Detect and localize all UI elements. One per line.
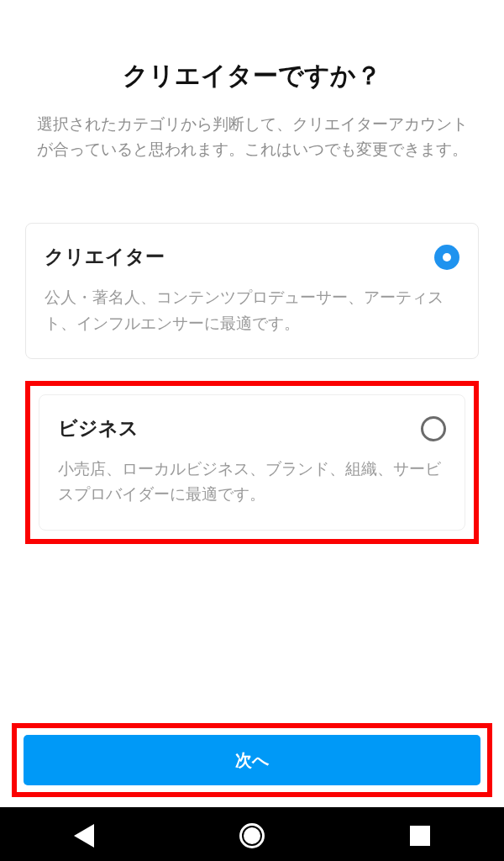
highlight-annotation: ビジネス 小売店、ローカルビジネス、ブランド、組織、サービスプロバイダーに最適で…: [25, 381, 479, 544]
back-icon: [74, 824, 94, 848]
option-label: ビジネス: [58, 415, 139, 441]
option-description: 公人・著名人、コンテンツプロデューサー、アーティスト、インフルエンサーに最適です…: [45, 285, 459, 336]
option-label: クリエイター: [45, 244, 165, 270]
radio-selected-icon: [434, 245, 459, 270]
home-button[interactable]: [234, 817, 270, 854]
option-description: 小売店、ローカルビジネス、ブランド、組織、サービスプロバイダーに最適です。: [58, 457, 446, 508]
android-nav-bar: [0, 807, 504, 861]
option-creator[interactable]: クリエイター 公人・著名人、コンテンツプロデューサー、アーティスト、インフルエン…: [25, 223, 479, 359]
page-subtitle: 選択されたカテゴリから判断して、クリエイターアカウントが合っていると思われます。…: [25, 112, 479, 163]
back-button[interactable]: [66, 817, 102, 854]
recents-icon: [410, 826, 430, 846]
page-title: クリエイターですか？: [25, 59, 479, 93]
radio-unselected-icon: [421, 416, 446, 441]
highlight-annotation: 次へ: [12, 723, 492, 797]
recents-button[interactable]: [402, 817, 438, 854]
home-icon: [239, 823, 265, 848]
option-business[interactable]: ビジネス 小売店、ローカルビジネス、ブランド、組織、サービスプロバイダーに最適で…: [39, 394, 465, 531]
next-button[interactable]: 次へ: [24, 735, 480, 785]
